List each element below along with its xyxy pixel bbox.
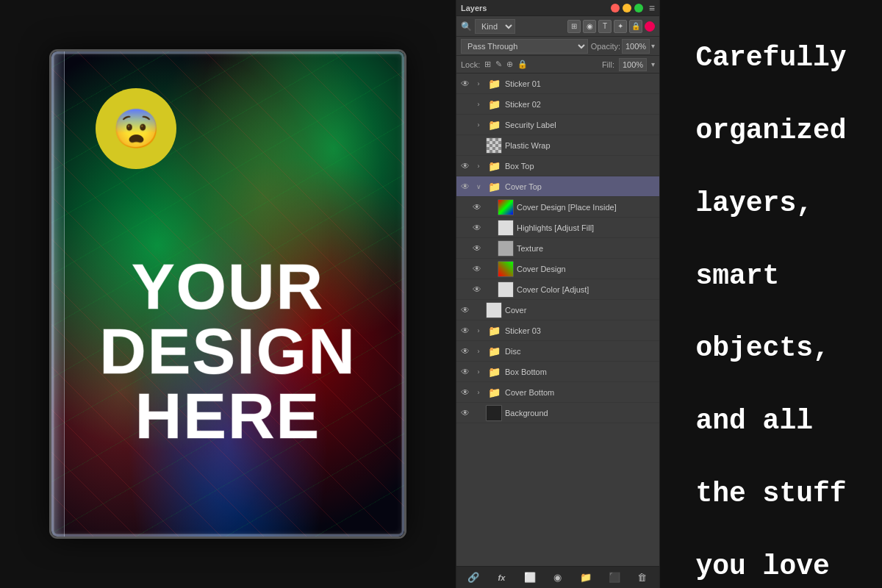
layer-expand-icon[interactable]: › xyxy=(474,368,483,376)
filter-text-icon[interactable]: T xyxy=(598,20,612,33)
layer-item[interactable]: 👁 › 📁 Sticker 03 xyxy=(456,320,659,341)
minimize-button[interactable] xyxy=(623,4,631,12)
layer-visibility-toggle[interactable]: 👁 xyxy=(459,181,471,193)
folder-button[interactable]: 📁 xyxy=(577,569,595,587)
close-button[interactable] xyxy=(611,4,620,12)
text-content: Carefully organized layers, smart object… xyxy=(660,0,882,588)
layer-item[interactable]: 👁 Highlights [Adjust Fill] xyxy=(456,218,659,238)
layer-visibility-toggle[interactable]: 👁 xyxy=(459,304,471,316)
opacity-arrow[interactable]: ▾ xyxy=(651,42,655,50)
lock-all-icon[interactable]: 🔒 xyxy=(517,60,528,69)
layer-item[interactable]: 👁 › 📁 Sticker 01 xyxy=(456,74,659,94)
panel-menu-icon[interactable]: ≡ xyxy=(649,2,655,14)
link-button[interactable]: 🔗 xyxy=(465,569,482,587)
mask-button[interactable]: ⬜ xyxy=(521,569,539,587)
opacity-group: Opacity: 100% ▾ xyxy=(591,39,655,54)
layer-expand-icon[interactable] xyxy=(486,223,495,232)
layer-visibility-toggle[interactable]: 👁 xyxy=(459,345,471,357)
layer-visibility-toggle[interactable]: 👁 xyxy=(471,201,483,213)
layer-expand-icon[interactable]: › xyxy=(474,388,483,397)
layer-visibility-toggle[interactable]: 👁 xyxy=(471,243,483,254)
kind-filter-select[interactable]: Kind xyxy=(475,19,515,34)
layer-expand-icon[interactable] xyxy=(474,141,483,150)
layer-expand-icon[interactable]: › xyxy=(474,100,483,109)
layer-expand-icon[interactable]: › xyxy=(474,347,483,356)
layer-visibility-toggle[interactable]: 👁 xyxy=(459,387,471,398)
layer-item[interactable]: 👁 Texture xyxy=(456,238,659,259)
layer-expand-icon[interactable]: › xyxy=(474,162,483,171)
new-layer-button[interactable]: ⬛ xyxy=(606,569,623,587)
design-line-3: HERE xyxy=(51,384,404,448)
filter-path-icon[interactable]: ✦ xyxy=(614,20,627,33)
layer-item[interactable]: › 📁 Security Label xyxy=(456,115,659,135)
layer-visibility-toggle[interactable] xyxy=(459,140,471,151)
layer-expand-icon[interactable] xyxy=(474,409,483,417)
layer-visibility-toggle[interactable]: 👁 xyxy=(459,325,471,337)
layer-item[interactable]: 👁 ∨ 📁 Cover Top xyxy=(456,176,659,197)
maximize-button[interactable] xyxy=(634,4,643,12)
layer-item[interactable]: 👁 › 📁 Cover Bottom xyxy=(456,382,659,403)
layer-item[interactable]: 👁 Cover Design xyxy=(456,259,659,279)
layer-item[interactable]: 👁 › 📁 Box Bottom xyxy=(456,362,659,382)
layer-visibility-toggle[interactable]: 👁 xyxy=(471,284,483,295)
filter-smart-icon[interactable]: 🔒 xyxy=(629,20,642,33)
layer-name: Cover Design [Place Inside] xyxy=(517,203,656,212)
filter-pixel-icon[interactable]: ⊞ xyxy=(567,20,581,33)
layer-item[interactable]: 👁 Background xyxy=(456,403,659,423)
filter-icons-row: ⊞ ◉ T ✦ 🔒 xyxy=(567,20,655,33)
filter-circle-icon[interactable]: ◉ xyxy=(583,20,596,33)
fx-button[interactable]: fx xyxy=(492,569,510,587)
layer-visibility-toggle[interactable]: 👁 xyxy=(459,366,471,378)
fill-arrow[interactable]: ▾ xyxy=(651,60,655,68)
layer-expand-icon[interactable] xyxy=(486,265,495,273)
layer-visibility-toggle[interactable]: 👁 xyxy=(471,263,483,275)
layer-item[interactable]: 👁 Cover xyxy=(456,300,659,320)
layer-visibility-toggle[interactable]: 👁 xyxy=(471,222,483,234)
layer-name: Cover Bottom xyxy=(505,388,656,397)
layer-folder-icon: 📁 xyxy=(486,117,502,133)
layer-item[interactable]: › 📁 Sticker 02 xyxy=(456,94,659,115)
mockup-area: 😨 YOUR DESIGN HERE xyxy=(0,0,456,588)
filter-color-icon[interactable] xyxy=(645,21,655,32)
fill-input[interactable]: 100% xyxy=(619,58,647,71)
layer-thumbnail xyxy=(498,282,514,298)
layer-item[interactable]: 👁 › 📁 Box Top xyxy=(456,156,659,176)
layer-name: Sticker 02 xyxy=(505,100,656,109)
layer-expand-icon[interactable]: › xyxy=(474,79,483,88)
lock-artboard-icon[interactable]: ⊕ xyxy=(506,60,513,69)
layer-item[interactable]: 👁 › 📁 Disc xyxy=(456,341,659,362)
blend-mode-select[interactable]: Pass Through Normal Multiply Screen xyxy=(461,39,588,54)
layer-item[interactable]: 👁 Cover Design [Place Inside] xyxy=(456,197,659,218)
layer-item[interactable]: Plastic Wrap xyxy=(456,135,659,156)
design-line-2: DESIGN xyxy=(51,319,404,384)
lock-pixels-icon[interactable]: ⊞ xyxy=(484,60,491,69)
lock-row: Lock: ⊞ ✎ ⊕ 🔒 Fill: 100% ▾ xyxy=(456,56,659,74)
layer-expand-icon[interactable] xyxy=(474,306,483,315)
layer-visibility-toggle[interactable]: 👁 xyxy=(459,160,471,172)
layer-name: Sticker 03 xyxy=(505,326,656,335)
panel-window-controls: ≡ xyxy=(611,2,655,14)
delete-layer-button[interactable]: 🗑 xyxy=(634,569,651,587)
opacity-input[interactable]: 100% xyxy=(622,39,650,54)
layer-name: Box Top xyxy=(505,162,656,171)
layer-visibility-toggle[interactable]: 👁 xyxy=(459,78,471,90)
layer-thumbnail xyxy=(498,240,514,257)
adjustment-button[interactable]: ◉ xyxy=(549,569,567,587)
layer-expand-icon[interactable] xyxy=(486,203,495,212)
layer-item[interactable]: 👁 Cover Color [Adjust] xyxy=(456,279,659,300)
layer-expand-icon[interactable]: › xyxy=(474,326,483,335)
layer-expand-icon[interactable]: ∨ xyxy=(474,182,483,191)
layer-expand-icon[interactable]: › xyxy=(474,121,483,129)
layer-visibility-toggle[interactable] xyxy=(459,98,471,110)
lock-position-icon[interactable]: ✎ xyxy=(495,60,502,69)
layer-expand-icon[interactable] xyxy=(486,285,495,294)
layer-folder-icon: 📁 xyxy=(486,343,502,359)
layer-name: Texture xyxy=(517,244,656,253)
layer-expand-icon[interactable] xyxy=(486,244,495,253)
tagline-line4: smart xyxy=(695,260,779,292)
tagline-line6: and all xyxy=(695,405,813,437)
tagline-line1: Carefully xyxy=(695,42,846,74)
layer-visibility-toggle[interactable] xyxy=(459,119,471,131)
layer-visibility-toggle[interactable]: 👁 xyxy=(459,407,471,419)
layer-name: Disc xyxy=(505,347,656,356)
